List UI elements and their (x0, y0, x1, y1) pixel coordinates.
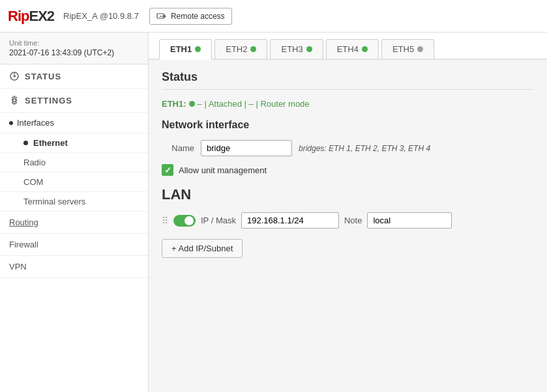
lan-toggle[interactable] (173, 215, 196, 227)
add-ip-label: + Add IP/Subnet (171, 244, 233, 253)
section-title: Status (162, 70, 534, 90)
com-label: COM (23, 177, 43, 187)
sidebar-item-com[interactable]: COM (0, 173, 148, 192)
remote-access-label: Remote access (171, 12, 225, 21)
main-layout: Unit time: 2021-07-16 13:43:09 (UTC+2) S… (0, 33, 547, 392)
name-input[interactable] (201, 140, 292, 156)
eth-tabs: ETH1 ETH2 ETH3 ETH4 ETH5 (149, 33, 547, 60)
note-input[interactable] (367, 212, 452, 229)
radio-label: Radio (23, 158, 46, 167)
unit-time-section: Unit time: 2021-07-16 13:43:09 (UTC+2) (0, 33, 148, 64)
tab-eth2[interactable]: ETH2 (214, 39, 267, 59)
sidebar-item-interfaces[interactable]: Interfaces (0, 113, 148, 133)
tab-eth2-dot (250, 46, 256, 52)
tab-eth3[interactable]: ETH3 (270, 39, 323, 59)
logo: RipEX2 (8, 8, 54, 25)
tab-eth4[interactable]: ETH4 (326, 39, 379, 59)
clock-icon (9, 71, 20, 81)
add-ip-subnet-button[interactable]: + Add IP/Subnet (162, 239, 243, 258)
sidebar-item-settings[interactable]: SETTINGS (0, 89, 148, 113)
remote-access-button[interactable]: Remote access (149, 8, 232, 25)
lan-title: LAN (162, 186, 534, 203)
sidebar: Unit time: 2021-07-16 13:43:09 (UTC+2) S… (0, 33, 149, 392)
vpn-label: VPN (9, 262, 27, 272)
unit-time-label: Unit time: (9, 39, 139, 47)
remote-access-icon (156, 11, 167, 21)
unit-time-value: 2021-07-16 13:43:09 (UTC+2) (9, 48, 139, 57)
ethernet-label: Ethernet (33, 138, 68, 148)
topbar: RipEX2 RipEX_A @10.9.8.7 Remote access (0, 0, 547, 33)
name-row: Name bridges: ETH 1, ETH 2, ETH 3, ETH 4 (162, 140, 534, 156)
ip-mask-input[interactable] (241, 212, 339, 229)
name-hint: bridges: ETH 1, ETH 2, ETH 3, ETH 4 (299, 144, 430, 153)
firewall-label: Firewall (9, 240, 38, 249)
toggle-knob (185, 216, 194, 225)
allow-management-label: Allow unit management (179, 165, 267, 175)
interfaces-bullet (9, 121, 13, 125)
sidebar-item-radio[interactable]: Radio (0, 153, 148, 173)
tab-eth2-label: ETH2 (226, 44, 247, 54)
tab-eth4-dot (362, 46, 368, 52)
tab-eth3-label: ETH3 (281, 44, 303, 54)
tab-eth4-label: ETH4 (337, 44, 359, 54)
status-eth-label: ETH1: (162, 99, 186, 109)
tab-eth5-dot (417, 46, 423, 52)
sidebar-item-ethernet[interactable]: Ethernet (0, 133, 148, 153)
status-dot (189, 101, 195, 107)
tab-eth5[interactable]: ETH5 (381, 39, 434, 59)
tab-eth3-dot (306, 46, 312, 52)
allow-management-checkbox[interactable] (162, 164, 173, 176)
sidebar-item-routing[interactable]: Routing (0, 212, 148, 234)
sidebar-item-status[interactable]: STATUS (0, 64, 148, 89)
terminal-servers-label: Terminal servers (23, 197, 85, 206)
routing-label: Routing (9, 217, 38, 227)
device-name: RipEX_A @10.9.8.7 (63, 11, 139, 21)
interfaces-label: Interfaces (17, 118, 54, 128)
name-label: Name (162, 143, 194, 153)
note-label: Note (344, 216, 362, 225)
gear-icon (9, 95, 20, 105)
sidebar-status-label: STATUS (25, 72, 61, 81)
sidebar-item-firewall[interactable]: Firewall (0, 234, 148, 256)
sidebar-item-vpn[interactable]: VPN (0, 256, 148, 278)
sidebar-settings-label: SETTINGS (25, 96, 72, 105)
content-body: Status ETH1: – | Attached | – | Router m… (149, 60, 547, 268)
ip-mask-label: IP / Mask (201, 216, 236, 225)
lan-ip-row: ⠿ IP / Mask Note (162, 212, 534, 229)
network-interface-title: Network interface (162, 119, 534, 131)
sidebar-item-terminal-servers[interactable]: Terminal servers (0, 192, 148, 212)
lan-section: LAN ⠿ IP / Mask Note + Add IP/Subnet (162, 186, 534, 258)
status-line: ETH1: – | Attached | – | Router mode (162, 99, 534, 109)
drag-handle[interactable]: ⠿ (162, 216, 168, 226)
allow-management-row: Allow unit management (162, 164, 534, 176)
tab-eth1-dot (195, 46, 201, 52)
tab-eth5-label: ETH5 (392, 44, 414, 54)
content-area: ETH1 ETH2 ETH3 ETH4 ETH5 Statu (149, 33, 547, 392)
status-text: – | Attached | – | Router mode (198, 99, 310, 109)
tab-eth1[interactable]: ETH1 (159, 39, 212, 60)
tab-eth1-label: ETH1 (170, 44, 192, 54)
ethernet-bullet (23, 141, 28, 145)
